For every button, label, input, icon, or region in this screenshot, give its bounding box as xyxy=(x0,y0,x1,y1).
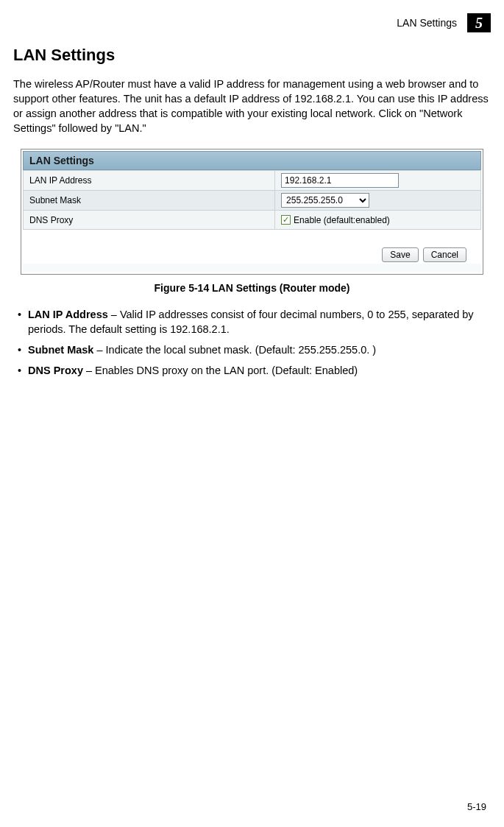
lan-ip-input[interactable] xyxy=(281,173,399,188)
dns-proxy-checkbox[interactable]: ✓ xyxy=(281,215,291,225)
bullet-term: DNS Proxy xyxy=(28,365,83,376)
table-row: DNS Proxy ✓ Enable (default:enabled) xyxy=(24,211,481,230)
section-title: LAN Settings xyxy=(13,46,491,65)
bullet-dot: • xyxy=(18,363,28,378)
lan-ip-label: LAN IP Address xyxy=(24,171,275,191)
table-row: Subnet Mask 255.255.255.0 xyxy=(24,191,481,211)
dns-proxy-label: DNS Proxy xyxy=(24,211,275,230)
bullet-text: – Indicate the local subnet mask. (Defau… xyxy=(93,344,376,356)
button-row: Save Cancel xyxy=(23,230,481,264)
page-header: LAN Settings 5 xyxy=(13,13,491,32)
subnet-mask-label: Subnet Mask xyxy=(24,191,275,211)
cancel-button[interactable]: Cancel xyxy=(423,247,466,262)
subnet-mask-select[interactable]: 255.255.255.0 xyxy=(281,193,369,208)
figure-caption: Figure 5-14 LAN Settings (Router mode) xyxy=(13,282,491,294)
bullet-text: – Enables DNS proxy on the LAN port. (De… xyxy=(83,365,358,376)
header-label: LAN Settings xyxy=(397,17,457,29)
bullet-term: LAN IP Address xyxy=(28,309,108,320)
bullet-list: • LAN IP Address – Valid IP addresses co… xyxy=(13,307,491,378)
panel-title: LAN Settings xyxy=(23,151,481,170)
page-number: 5-19 xyxy=(467,801,486,812)
figure-screenshot: LAN Settings LAN IP Address Subnet Mask … xyxy=(21,149,483,275)
intro-paragraph: The wireless AP/Router must have a valid… xyxy=(13,77,491,136)
save-button[interactable]: Save xyxy=(382,247,418,262)
bullet-term: Subnet Mask xyxy=(28,344,93,356)
bullet-dot: • xyxy=(18,307,28,337)
settings-table: LAN IP Address Subnet Mask 255.255.255.0… xyxy=(23,170,481,230)
list-item: • LAN IP Address – Valid IP addresses co… xyxy=(18,307,491,337)
list-item: • DNS Proxy – Enables DNS proxy on the L… xyxy=(18,363,491,378)
dns-proxy-text: Enable (default:enabled) xyxy=(294,215,390,225)
list-item: • Subnet Mask – Indicate the local subne… xyxy=(18,342,491,357)
chapter-number-box: 5 xyxy=(467,13,491,32)
bullet-dot: • xyxy=(18,342,28,357)
table-row: LAN IP Address xyxy=(24,171,481,191)
